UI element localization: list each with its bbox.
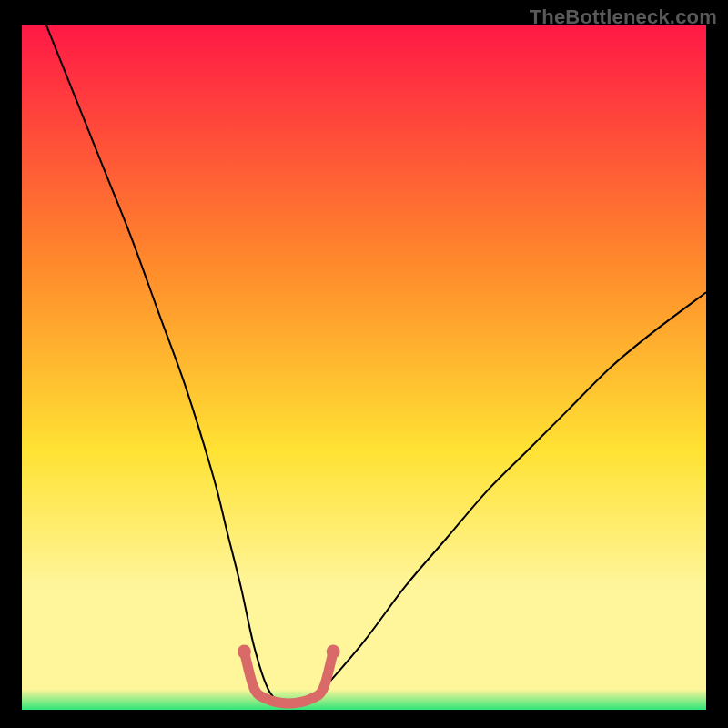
chart-svg <box>22 25 706 710</box>
plot-area <box>22 25 706 710</box>
watermark-text: TheBottleneck.com <box>530 5 717 29</box>
chart-root: TheBottleneck.com <box>0 0 728 728</box>
gradient-background <box>22 25 706 710</box>
marker-end-dot <box>238 645 251 659</box>
marker-end-dot <box>327 645 340 659</box>
